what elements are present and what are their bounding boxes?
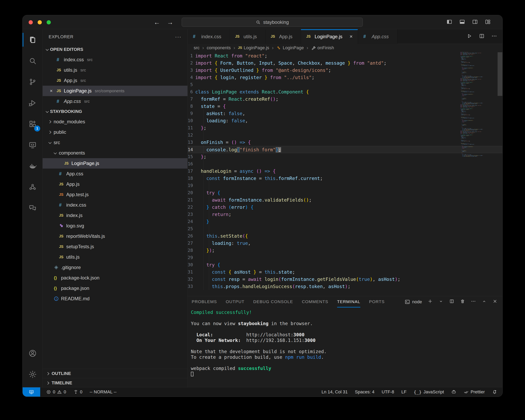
tree-folder-components[interactable]: components [43,148,188,158]
remote-indicator[interactable] [23,387,40,397]
split-terminal-button[interactable] [449,299,454,305]
forward-button[interactable]: → [167,19,173,26]
tab-app-css[interactable]: #App.css [358,29,397,44]
language-mode[interactable]: {̲}JavaScript [414,389,444,395]
editor-scrollbar[interactable] [497,52,503,96]
tree-file-app-test-js[interactable]: JSApp.test.js [43,189,188,200]
tree-file-loginpage-js[interactable]: JSLoginPage.js [43,158,188,169]
line-text: } [195,218,209,225]
panel-tab-ports[interactable]: PORTS [369,296,385,307]
tree-file-setuptests-js[interactable]: JSsetupTests.js [43,241,188,252]
code-token: formInstance [223,176,256,181]
activity-item-account[interactable] [23,343,43,364]
cursor-position[interactable]: Ln 14, Col 31 [321,389,348,395]
notifications-bell[interactable] [492,389,497,395]
more-actions-icon[interactable]: ··· [175,34,181,40]
code-token [195,96,201,102]
panel-tab-problems[interactable]: PROBLEMS [192,296,217,307]
activity-item-live-share[interactable] [23,176,43,197]
project-section-header[interactable]: STAYBOOKING [43,106,188,116]
encoding-setting[interactable]: UTF-8 [382,389,394,395]
activity-item-run-debug[interactable] [23,92,43,113]
tab-loginpage-js[interactable]: JSLoginPage.js× [301,29,358,44]
layout-controls [446,15,491,29]
tab-utils-js[interactable]: JSutils.js [230,29,265,44]
tree-folder-src[interactable]: src [43,137,188,148]
code-token: register [240,75,262,80]
toggle-panel-button[interactable] [459,19,465,26]
terminal-line [191,371,503,377]
launch-profile-dropdown-icon[interactable] [438,299,444,305]
tree-file-app-css[interactable]: #App.css [43,169,188,179]
new-terminal-button[interactable] [428,299,433,305]
tree-file-utils-js[interactable]: JSutils.js [43,252,188,262]
tree-file--gitignore[interactable]: .gitignore [43,262,188,273]
customize-layout-button[interactable] [485,19,491,26]
breadcrumb-item[interactable]: src [194,45,199,50]
tree-file-reportwebvitals-js[interactable]: JSreportWebVitals.js [43,231,188,241]
toggle-sidebar-button[interactable] [446,19,452,26]
tab-index-css[interactable]: #index.css [188,29,230,44]
tree-folder-node-modules[interactable]: node_modules [43,116,188,127]
more-actions-icon[interactable] [491,33,497,40]
timeline-section[interactable]: TIMELINE [43,378,188,388]
toggle-secondary-sidebar-button[interactable] [472,19,478,26]
panel-tab-comments[interactable]: COMMENTS [302,296,328,307]
terminal-output[interactable]: Compiled successfully!You can now view s… [188,307,503,377]
code-token: asHost [378,277,395,282]
activity-item-source-control[interactable] [23,71,43,92]
activity-item-remote-explorer[interactable] [23,134,43,155]
tree-file-package-lock-json[interactable]: {}package-lock.json [43,273,188,283]
maximize-panel-button[interactable] [482,299,487,305]
forwarded-ports-indicator[interactable]: 0 [74,389,83,395]
tree-file-package-json[interactable]: {}package.json [43,283,188,294]
kill-terminal-button[interactable] [460,299,465,305]
close-window-button[interactable] [28,20,33,24]
close-panel-button[interactable] [492,299,497,305]
breadcrumb-item[interactable]: components [207,45,231,50]
tree-file-logo-svg[interactable]: logo.svg [43,221,188,231]
back-button[interactable]: ← [154,19,160,26]
activity-item-search[interactable] [23,50,43,71]
indentation-setting[interactable]: Spaces: 4 [355,389,375,395]
open-editor-item[interactable]: JSutils.jssrc [43,65,188,75]
breadcrumb-item[interactable]: onFinish [311,45,334,50]
panel-tab-terminal[interactable]: TERMINAL [337,296,360,307]
command-center-search[interactable]: staybooking [182,18,363,27]
zoom-window-button[interactable] [47,20,51,24]
run-button[interactable] [466,33,472,40]
problems-indicator[interactable]: 00 [46,389,66,395]
outline-section[interactable]: OUTLINE [43,369,188,378]
more-actions-icon[interactable] [471,299,476,305]
open-editor-item[interactable]: #App.csssrc [43,96,188,106]
panel-tab-debug-console[interactable]: DEBUG CONSOLE [253,296,293,307]
copilot-status[interactable] [451,389,456,395]
activity-item-explorer[interactable] [23,29,43,50]
split-editor-button[interactable] [479,33,485,40]
close-editor-icon[interactable]: × [50,88,57,94]
open-editor-item[interactable]: ×JSLoginPage.jssrc/components [43,86,188,96]
open-editors-header[interactable]: OPEN EDITORS [43,44,188,55]
activity-item-extensions[interactable]: 1 [23,113,43,134]
tree-file-index-js[interactable]: JSindex.js [43,210,188,221]
tree-file-app-js[interactable]: JSApp.js [43,179,188,189]
activity-item-docker[interactable] [23,155,43,176]
breadcrumb-item[interactable]: LoginPage [276,45,304,50]
formatter-status[interactable]: Prettier [464,389,485,395]
eol-setting[interactable]: LF [401,389,407,395]
launch-profile[interactable]: node [404,299,422,305]
open-editor-item[interactable]: JSApp.jssrc [43,75,188,86]
breadcrumb-item[interactable]: JSLoginPage.js [238,45,269,50]
close-tab-icon[interactable]: × [349,33,353,40]
tree-folder-public[interactable]: public [43,127,188,137]
activity-item-settings[interactable] [23,364,43,385]
code-editor[interactable]: 1import React from "react";2import { For… [188,52,503,296]
activity-item-comments[interactable] [23,197,43,219]
minimap[interactable]: import React from "react";import { Form,… [460,52,497,168]
tab-app-js[interactable]: JSApp.js [265,29,301,44]
tree-file-readme-md[interactable]: README.md [43,294,188,304]
tree-file-index-css[interactable]: #index.css [43,200,188,210]
panel-tab-output[interactable]: OUTPUT [226,296,244,307]
minimize-window-button[interactable] [38,20,42,24]
open-editor-item[interactable]: #index.csssrc [43,55,188,65]
